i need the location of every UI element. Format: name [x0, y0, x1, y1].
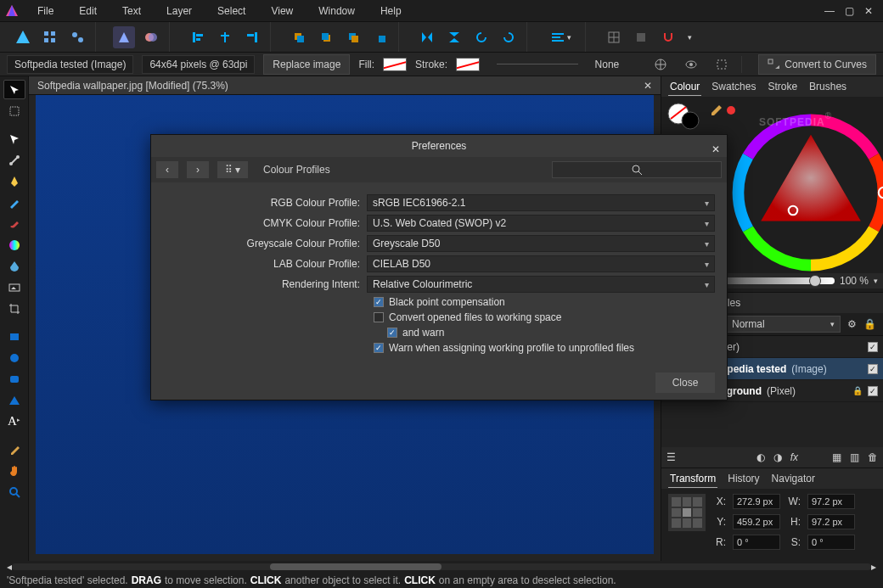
- maximize-icon[interactable]: ▢: [845, 5, 854, 17]
- fill-stroke-swatch[interactable]: [666, 102, 704, 131]
- visibility-check[interactable]: ✓: [868, 364, 878, 374]
- snapping-icon[interactable]: [657, 26, 679, 48]
- nav-back-button[interactable]: ‹: [156, 161, 178, 178]
- pen-tool[interactable]: [3, 171, 25, 191]
- tab-brushes[interactable]: Brushes: [807, 78, 848, 95]
- menu-view[interactable]: View: [259, 2, 305, 20]
- collapse-icon[interactable]: ☰: [666, 451, 676, 463]
- nav-fwd-button[interactable]: ›: [187, 161, 209, 178]
- rotate-cw-icon[interactable]: [498, 26, 520, 48]
- rotate-ccw-icon[interactable]: [470, 26, 492, 48]
- convert-opened-checkbox[interactable]: [374, 312, 384, 322]
- add-pixel-icon[interactable]: ▥: [850, 451, 859, 463]
- transform-y[interactable]: 459.2 px: [733, 514, 780, 529]
- visibility-check[interactable]: ✓: [868, 342, 878, 352]
- align-center-icon[interactable]: [214, 26, 236, 48]
- brush-tool[interactable]: [3, 214, 25, 233]
- tab-swatches[interactable]: Swatches: [710, 78, 757, 95]
- align-right-icon[interactable]: [241, 26, 263, 48]
- fx-icon[interactable]: fx: [790, 451, 798, 463]
- transform-s[interactable]: 0 °: [807, 535, 855, 550]
- place-image-tool[interactable]: [3, 277, 25, 297]
- lab-profile-select[interactable]: CIELAB D50: [367, 255, 715, 272]
- canvas-hscroll[interactable]: ◂▸: [0, 561, 883, 573]
- visibility-check[interactable]: ✓: [868, 386, 878, 396]
- lock-children-icon[interactable]: [680, 53, 702, 76]
- transparency-tool[interactable]: [3, 256, 25, 276]
- alignment-dropdown[interactable]: ▾: [544, 26, 578, 48]
- nav-grid-button[interactable]: ⠿ ▾: [217, 161, 248, 178]
- warn-assign-checkbox[interactable]: ✓: [374, 343, 384, 353]
- rectangle-tool[interactable]: [3, 327, 25, 346]
- insert-shape-icon[interactable]: [113, 26, 135, 48]
- rgb-profile-select[interactable]: sRGB IEC61966-2.1: [367, 194, 715, 211]
- and-warn-checkbox[interactable]: ✓: [387, 328, 397, 338]
- gear-icon[interactable]: ⚙: [847, 318, 857, 330]
- add-layer-icon[interactable]: ▦: [832, 451, 841, 463]
- snap-grid-icon[interactable]: [603, 26, 625, 48]
- menu-file[interactable]: File: [25, 2, 65, 20]
- replace-image-button[interactable]: Replace image: [263, 54, 350, 75]
- ellipse-tool[interactable]: [3, 348, 25, 367]
- move-by-whole-pixel-icon[interactable]: [650, 53, 672, 76]
- dialog-close-icon[interactable]: ✕: [711, 138, 720, 160]
- menu-edit[interactable]: Edit: [67, 2, 109, 20]
- convert-curves-button[interactable]: Convert to Curves: [758, 54, 876, 75]
- menu-help[interactable]: Help: [368, 2, 413, 20]
- cmyk-profile-select[interactable]: U.S. Web Coated (SWOP) v2: [367, 215, 715, 232]
- adjustment-icon[interactable]: ◑: [773, 451, 782, 463]
- order-back-icon[interactable]: [288, 26, 310, 48]
- close-icon[interactable]: ✕: [864, 5, 873, 17]
- hand-tool[interactable]: [3, 461, 25, 480]
- fill-tool[interactable]: [3, 235, 25, 255]
- transform-x[interactable]: 272.9 px: [733, 494, 780, 509]
- artboard-tool[interactable]: [3, 101, 25, 120]
- close-button[interactable]: Close: [655, 372, 715, 393]
- boolean-icon[interactable]: [140, 26, 162, 48]
- menu-select[interactable]: Select: [205, 2, 257, 20]
- transform-h[interactable]: 97.2 px: [807, 514, 855, 529]
- mask-icon[interactable]: ◐: [756, 451, 765, 463]
- order-front-icon[interactable]: [369, 26, 391, 48]
- tab-colour[interactable]: Colour: [668, 78, 701, 96]
- eyedropper-icon[interactable]: [709, 104, 723, 117]
- align-left-icon[interactable]: [187, 26, 209, 48]
- grey-profile-select[interactable]: Greyscale D50: [367, 235, 715, 252]
- order-backone-icon[interactable]: [315, 26, 337, 48]
- arrange-grid-icon[interactable]: [39, 26, 61, 48]
- fill-swatch[interactable]: [383, 58, 407, 71]
- colour-wheel[interactable]: [722, 104, 883, 282]
- cycle-selection-icon[interactable]: [711, 53, 733, 76]
- snap-dropdown-icon[interactable]: ▾: [684, 26, 695, 48]
- flip-h-icon[interactable]: [416, 26, 438, 48]
- trash-icon[interactable]: 🗑: [868, 451, 878, 463]
- triangle-tool[interactable]: [3, 390, 25, 410]
- pref-search[interactable]: [552, 161, 722, 178]
- tab-transform[interactable]: Transform: [668, 470, 717, 488]
- pencil-tool[interactable]: [3, 193, 25, 212]
- lock-icon[interactable]: 🔒: [852, 386, 863, 395]
- minimize-icon[interactable]: —: [824, 5, 835, 17]
- move-tool[interactable]: [3, 80, 25, 99]
- transform-r[interactable]: 0 °: [733, 535, 780, 550]
- opacity-value[interactable]: 100 %: [840, 275, 869, 287]
- blend-mode-select[interactable]: Normal▾: [726, 316, 841, 333]
- transform-w[interactable]: 97.2 px: [807, 494, 855, 509]
- menu-text[interactable]: Text: [110, 2, 153, 20]
- anchor-selector[interactable]: [668, 494, 706, 531]
- tab-history[interactable]: History: [726, 470, 761, 487]
- order-frontone-icon[interactable]: [342, 26, 364, 48]
- menu-window[interactable]: Window: [307, 2, 367, 20]
- rounded-rect-tool[interactable]: [3, 369, 25, 389]
- node-tool[interactable]: [3, 129, 25, 148]
- stroke-width-value[interactable]: None: [595, 59, 620, 70]
- snap-pixel-icon[interactable]: [630, 26, 652, 48]
- flip-v-icon[interactable]: [443, 26, 465, 48]
- tab-navigator[interactable]: Navigator: [770, 470, 817, 487]
- document-tab[interactable]: Softpedia wallpaper.jpg [Modified] (75.3…: [29, 76, 661, 95]
- corner-tool[interactable]: [3, 150, 25, 170]
- eyedropper-tool[interactable]: [3, 440, 25, 459]
- nodes-icon[interactable]: [66, 26, 88, 48]
- intent-select[interactable]: Relative Colourimetric: [367, 276, 715, 293]
- blackpoint-checkbox[interactable]: ✓: [374, 297, 384, 307]
